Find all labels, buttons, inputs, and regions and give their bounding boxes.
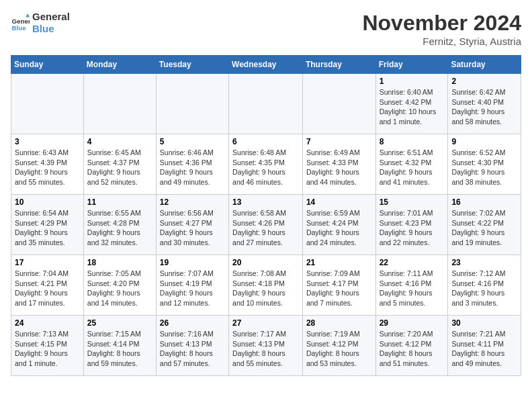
calendar-cell: 9Sunrise: 6:52 AMSunset: 4:30 PMDaylight… (448, 134, 521, 195)
calendar-cell: 12Sunrise: 6:56 AMSunset: 4:27 PMDayligh… (156, 195, 228, 255)
header-row: SundayMondayTuesdayWednesdayThursdayFrid… (11, 56, 521, 74)
day-number: 25 (87, 318, 152, 328)
calendar-cell: 2Sunrise: 6:42 AMSunset: 4:40 PMDaylight… (448, 74, 521, 134)
day-number: 10 (15, 197, 80, 207)
calendar-cell: 20Sunrise: 7:08 AMSunset: 4:18 PMDayligh… (229, 255, 303, 316)
calendar-cell: 25Sunrise: 7:15 AMSunset: 4:14 PMDayligh… (83, 316, 156, 376)
day-info: Sunrise: 6:54 AMSunset: 4:29 PMDaylight:… (15, 208, 80, 248)
day-number: 6 (232, 137, 299, 146)
day-number: 28 (306, 318, 372, 328)
day-info: Sunrise: 6:45 AMSunset: 4:37 PMDaylight:… (87, 148, 152, 187)
calendar-week-4: 17Sunrise: 7:04 AMSunset: 4:21 PMDayligh… (11, 255, 521, 316)
day-info: Sunrise: 6:56 AMSunset: 4:27 PMDaylight:… (160, 208, 225, 248)
calendar-cell: 8Sunrise: 6:51 AMSunset: 4:32 PMDaylight… (375, 134, 448, 195)
day-info: Sunrise: 7:01 AMSunset: 4:23 PMDaylight:… (380, 208, 445, 248)
month-title: November 2024 (362, 11, 521, 36)
calendar-cell: 6Sunrise: 6:48 AMSunset: 4:35 PMDaylight… (229, 134, 303, 195)
calendar-cell: 1Sunrise: 6:40 AMSunset: 4:42 PMDaylight… (375, 74, 448, 134)
day-info: Sunrise: 6:42 AMSunset: 4:40 PMDaylight:… (451, 87, 517, 127)
header-cell-friday: Friday (375, 56, 448, 74)
header-cell-wednesday: Wednesday (229, 56, 303, 74)
day-info: Sunrise: 6:55 AMSunset: 4:28 PMDaylight:… (87, 208, 152, 248)
calendar-cell (83, 74, 156, 134)
day-info: Sunrise: 6:48 AMSunset: 4:35 PMDaylight:… (232, 148, 299, 187)
title-block: November 2024 Fernitz, Styria, Austria (362, 11, 521, 47)
logo-line2: Blue (32, 23, 70, 35)
day-info: Sunrise: 7:13 AMSunset: 4:15 PMDaylight:… (15, 329, 80, 369)
day-number: 17 (15, 258, 80, 267)
calendar-cell: 22Sunrise: 7:11 AMSunset: 4:16 PMDayligh… (375, 255, 448, 316)
day-number: 30 (451, 318, 517, 328)
day-info: Sunrise: 6:59 AMSunset: 4:24 PMDaylight:… (306, 208, 372, 248)
location-subtitle: Fernitz, Styria, Austria (362, 36, 521, 47)
day-number: 19 (160, 258, 225, 267)
day-info: Sunrise: 7:20 AMSunset: 4:12 PMDaylight:… (380, 329, 445, 369)
calendar-cell (156, 74, 228, 134)
calendar-cell: 4Sunrise: 6:45 AMSunset: 4:37 PMDaylight… (83, 134, 156, 195)
svg-text:Blue: Blue (11, 24, 26, 32)
calendar-cell: 24Sunrise: 7:13 AMSunset: 4:15 PMDayligh… (11, 316, 84, 376)
day-info: Sunrise: 6:52 AMSunset: 4:30 PMDaylight:… (451, 148, 517, 187)
day-number: 5 (160, 137, 225, 146)
calendar-cell: 26Sunrise: 7:16 AMSunset: 4:13 PMDayligh… (156, 316, 228, 376)
calendar-cell: 16Sunrise: 7:02 AMSunset: 4:22 PMDayligh… (448, 195, 521, 255)
day-info: Sunrise: 6:51 AMSunset: 4:32 PMDaylight:… (380, 148, 445, 187)
day-info: Sunrise: 7:11 AMSunset: 4:16 PMDaylight:… (380, 269, 445, 308)
day-info: Sunrise: 7:15 AMSunset: 4:14 PMDaylight:… (87, 329, 152, 369)
day-number: 27 (232, 318, 299, 328)
calendar-cell: 3Sunrise: 6:43 AMSunset: 4:39 PMDaylight… (11, 134, 84, 195)
calendar-cell: 17Sunrise: 7:04 AMSunset: 4:21 PMDayligh… (11, 255, 84, 316)
calendar-cell: 7Sunrise: 6:49 AMSunset: 4:33 PMDaylight… (302, 134, 375, 195)
calendar-cell: 21Sunrise: 7:09 AMSunset: 4:17 PMDayligh… (302, 255, 375, 316)
calendar-header: SundayMondayTuesdayWednesdayThursdayFrid… (11, 56, 521, 74)
calendar-week-5: 24Sunrise: 7:13 AMSunset: 4:15 PMDayligh… (11, 316, 521, 376)
calendar-cell: 11Sunrise: 6:55 AMSunset: 4:28 PMDayligh… (83, 195, 156, 255)
calendar-cell (229, 74, 303, 134)
calendar-cell: 29Sunrise: 7:20 AMSunset: 4:12 PMDayligh… (375, 316, 448, 376)
day-number: 4 (87, 137, 152, 146)
header-cell-thursday: Thursday (302, 56, 375, 74)
calendar-cell: 18Sunrise: 7:05 AMSunset: 4:20 PMDayligh… (83, 255, 156, 316)
day-number: 16 (451, 197, 517, 207)
day-info: Sunrise: 6:58 AMSunset: 4:26 PMDaylight:… (232, 208, 299, 248)
day-number: 22 (380, 258, 445, 267)
calendar-cell (11, 74, 84, 134)
calendar-cell: 15Sunrise: 7:01 AMSunset: 4:23 PMDayligh… (375, 195, 448, 255)
calendar-cell: 14Sunrise: 6:59 AMSunset: 4:24 PMDayligh… (302, 195, 375, 255)
day-number: 2 (451, 77, 517, 86)
calendar-body: 1Sunrise: 6:40 AMSunset: 4:42 PMDaylight… (11, 74, 521, 376)
calendar-cell: 27Sunrise: 7:17 AMSunset: 4:13 PMDayligh… (229, 316, 303, 376)
day-info: Sunrise: 6:40 AMSunset: 4:42 PMDaylight:… (380, 87, 445, 127)
day-number: 15 (380, 197, 445, 207)
day-number: 9 (451, 137, 517, 146)
header-cell-monday: Monday (83, 56, 156, 74)
day-info: Sunrise: 7:04 AMSunset: 4:21 PMDaylight:… (15, 269, 80, 308)
day-info: Sunrise: 7:09 AMSunset: 4:17 PMDaylight:… (306, 269, 372, 308)
logo-icon: General Blue (11, 13, 30, 32)
calendar-cell: 19Sunrise: 7:07 AMSunset: 4:19 PMDayligh… (156, 255, 228, 316)
day-info: Sunrise: 7:17 AMSunset: 4:13 PMDaylight:… (232, 329, 299, 369)
logo-line1: General (32, 11, 70, 23)
calendar-week-1: 1Sunrise: 6:40 AMSunset: 4:42 PMDaylight… (11, 74, 521, 134)
calendar-cell: 23Sunrise: 7:12 AMSunset: 4:16 PMDayligh… (448, 255, 521, 316)
day-number: 20 (232, 258, 299, 267)
header-cell-saturday: Saturday (448, 56, 521, 74)
day-info: Sunrise: 7:12 AMSunset: 4:16 PMDaylight:… (451, 269, 517, 308)
day-number: 8 (380, 137, 445, 146)
header-cell-sunday: Sunday (11, 56, 84, 74)
day-number: 14 (306, 197, 372, 207)
day-number: 11 (87, 197, 152, 207)
calendar-week-3: 10Sunrise: 6:54 AMSunset: 4:29 PMDayligh… (11, 195, 521, 255)
day-info: Sunrise: 7:21 AMSunset: 4:11 PMDaylight:… (451, 329, 517, 369)
calendar-cell (302, 74, 375, 134)
day-number: 21 (306, 258, 372, 267)
day-number: 13 (232, 197, 299, 207)
calendar-cell: 10Sunrise: 6:54 AMSunset: 4:29 PMDayligh… (11, 195, 84, 255)
day-info: Sunrise: 7:16 AMSunset: 4:13 PMDaylight:… (160, 329, 225, 369)
calendar-cell: 30Sunrise: 7:21 AMSunset: 4:11 PMDayligh… (448, 316, 521, 376)
day-info: Sunrise: 7:05 AMSunset: 4:20 PMDaylight:… (87, 269, 152, 308)
day-number: 12 (160, 197, 225, 207)
day-number: 26 (160, 318, 225, 328)
day-number: 7 (306, 137, 372, 146)
calendar-cell: 5Sunrise: 6:46 AMSunset: 4:36 PMDaylight… (156, 134, 228, 195)
